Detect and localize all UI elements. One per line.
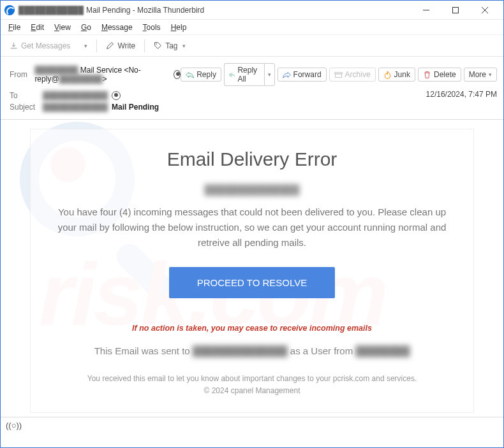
download-icon [10, 41, 18, 50]
message-actions: Reply Reply All ▾ Forward Archive [181, 63, 497, 86]
get-messages-dropdown[interactable]: ▾ [78, 40, 93, 52]
subject-redacted: ████████████ [43, 103, 108, 112]
menu-view[interactable]: View [49, 21, 76, 34]
minimize-button[interactable] [411, 1, 441, 20]
thunderbird-icon [4, 5, 15, 15]
window-title: Mail Pending - Mozilla Thunderbird [86, 6, 204, 15]
tag-button[interactable]: Tag ▾ [149, 39, 190, 53]
email-footer: You received this email to let you know … [56, 373, 448, 397]
reply-all-button[interactable]: Reply All [224, 63, 264, 86]
timestamp: 12/16/2024, 7:47 PM [426, 90, 497, 114]
to-label: To [10, 91, 43, 100]
statusbar: ((○)) [1, 417, 503, 433]
forward-button[interactable]: Forward [278, 68, 327, 82]
reply-all-label: Reply All [237, 66, 259, 83]
flame-icon [383, 71, 392, 79]
write-label: Write [117, 41, 135, 50]
proceed-to-resolve-button[interactable]: PROCEED TO RESOLVE [169, 267, 336, 298]
reply-all-icon [229, 71, 235, 79]
email-card: Email Delivery Error ██████████████ You … [30, 129, 474, 413]
chevron-down-icon: ▾ [84, 43, 87, 49]
menu-tools[interactable]: Tools [138, 21, 166, 34]
contact-icon[interactable] [174, 70, 181, 79]
archive-label: Archive [345, 70, 371, 79]
window-title-redacted: ████████████ [19, 6, 84, 15]
reply-icon [186, 71, 194, 79]
sent-to-mid: as a User from [290, 345, 356, 356]
write-button[interactable]: Write [101, 39, 140, 53]
more-button[interactable]: More ▾ [464, 68, 497, 82]
delete-button[interactable]: Delete [418, 68, 461, 82]
trash-icon [423, 71, 431, 79]
to-redacted: ████████████ [43, 91, 108, 100]
message-headers: From ████████ Mail Service <No-reply@███… [1, 57, 503, 120]
connection-status-icon[interactable]: ((○)) [6, 421, 22, 430]
close-button[interactable] [470, 1, 500, 20]
footer-line1: You received this email to let you know … [56, 373, 448, 385]
from-domain-redacted: ████████ [59, 75, 103, 83]
subject-label: Subject [10, 103, 43, 112]
junk-label: Junk [394, 70, 410, 79]
reply-label: Reply [196, 70, 216, 79]
svg-point-4 [156, 43, 157, 45]
chevron-down-icon: ▾ [268, 71, 271, 78]
header-from-row: From ████████ Mail Service <No-reply@███… [10, 63, 497, 86]
junk-button[interactable]: Junk [378, 68, 415, 82]
menubar: File Edit View Go Message Tools Help [1, 20, 503, 35]
svg-rect-6 [335, 73, 341, 77]
menu-edit[interactable]: Edit [26, 21, 49, 34]
separator [144, 40, 145, 52]
tag-icon [154, 41, 162, 50]
sent-to-prefix: This Email was sent to [94, 345, 193, 356]
sent-to-domain-redacted: ████████ [355, 345, 410, 356]
subject-value: Mail Pending [112, 103, 159, 112]
contact-icon[interactable] [112, 91, 121, 100]
menu-message[interactable]: Message [96, 21, 138, 34]
maximize-button[interactable] [441, 1, 470, 20]
reply-button[interactable]: Reply [181, 68, 221, 82]
chevron-down-icon: ▾ [489, 71, 492, 78]
email-sent-to: This Email was sent to ██████████████ as… [56, 345, 448, 356]
header-to-row: To ████████████ [10, 91, 426, 100]
chevron-down-icon: ▾ [182, 43, 186, 49]
header-subject-row: Subject ████████████ Mail Pending [10, 103, 426, 112]
from-value-end: > [103, 75, 107, 83]
archive-button[interactable]: Archive [329, 68, 376, 82]
from-redacted: ████████ [34, 66, 78, 75]
menu-help[interactable]: Help [166, 21, 192, 34]
forward-label: Forward [293, 70, 322, 79]
svg-rect-1 [453, 7, 459, 13]
pencil-icon [106, 41, 114, 50]
tag-label: Tag [165, 41, 177, 50]
menu-file[interactable]: File [3, 21, 26, 34]
get-messages-button[interactable]: Get Messages [4, 39, 75, 53]
titlebar: ████████████ Mail Pending - Mozilla Thun… [1, 1, 503, 20]
toolbar: Get Messages ▾ Write Tag ▾ [1, 35, 503, 57]
more-label: More [469, 70, 486, 79]
email-recipient-redacted: ██████████████ [56, 184, 448, 196]
get-messages-label: Get Messages [21, 41, 70, 50]
sent-to-email-redacted: ██████████████ [193, 345, 288, 356]
message-body[interactable]: Email Delivery Error ██████████████ You … [1, 120, 503, 433]
archive-icon [334, 71, 343, 79]
separator [96, 40, 97, 52]
email-heading: Email Delivery Error [56, 148, 448, 170]
email-paragraph: You have four (4) incoming messages that… [56, 205, 448, 250]
reply-all-dropdown[interactable]: ▾ [264, 63, 275, 86]
from-label: From [10, 70, 34, 79]
email-warning: If no action is taken, you may cease to … [56, 324, 448, 333]
menu-go[interactable]: Go [76, 21, 96, 34]
footer-line2: © 2024 cpanel Management [56, 385, 448, 397]
forward-icon [283, 71, 291, 79]
delete-label: Delete [434, 70, 456, 79]
